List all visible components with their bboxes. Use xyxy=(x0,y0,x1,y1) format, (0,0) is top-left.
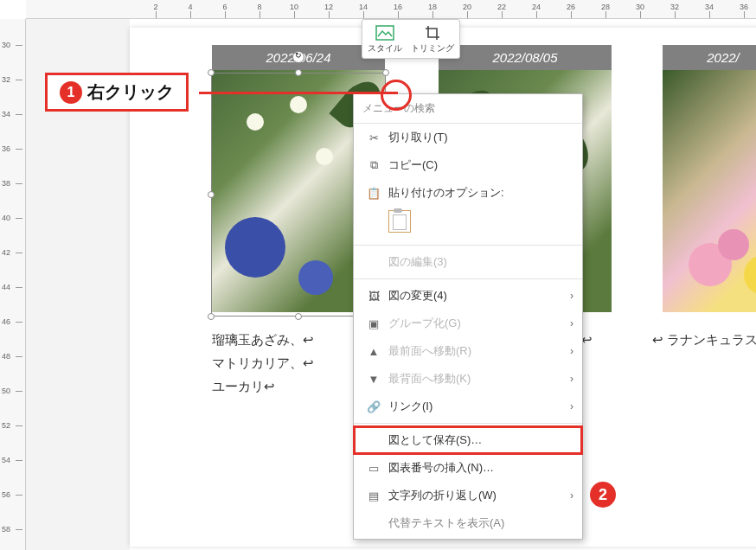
ruler-label: 36 xyxy=(2,144,10,153)
menu-text-wrap[interactable]: ▤ 文字列の折り返し(W) › xyxy=(354,482,582,509)
ruler-tick xyxy=(640,11,641,18)
chevron-right-icon: › xyxy=(570,400,573,412)
ruler-tick xyxy=(329,11,330,18)
menu-group: ▣ グループ化(G) › xyxy=(354,310,582,337)
annotation-1: 1 右クリック xyxy=(45,73,189,112)
picture-mini-toolbar: スタイル トリミング xyxy=(362,19,460,59)
menu-change-picture[interactable]: 🖼 図の変更(4) › xyxy=(354,282,582,310)
card-3-photo[interactable] xyxy=(663,70,756,312)
annotation-1-box: 1 右クリック xyxy=(45,73,189,112)
style-label: スタイル xyxy=(368,42,402,54)
copy-icon: ⧉ xyxy=(364,157,383,173)
ruler-label: 4 xyxy=(188,3,192,11)
ruler-tick xyxy=(16,356,22,357)
ruler-tick xyxy=(259,11,260,18)
chevron-right-icon: › xyxy=(570,317,573,329)
ruler-label: 50 xyxy=(2,387,10,395)
ruler-tick xyxy=(16,287,22,288)
ruler-tick xyxy=(363,11,364,18)
ruler-tick xyxy=(16,391,22,392)
ruler-label: 34 xyxy=(705,3,714,11)
annotation-1-leader xyxy=(199,92,398,94)
ruler-tick xyxy=(605,11,606,18)
ruler-label: 54 xyxy=(2,456,10,464)
ruler-tick xyxy=(190,11,191,18)
menu-copy[interactable]: ⧉ コピー(C) xyxy=(354,151,582,179)
ruler-tick xyxy=(225,11,226,18)
ruler-tick xyxy=(294,11,295,18)
ruler-label: 58 xyxy=(2,525,10,534)
style-button[interactable]: スタイル xyxy=(368,23,402,54)
menu-cut[interactable]: ✂ 切り取り(T) xyxy=(354,124,582,151)
chevron-right-icon: › xyxy=(570,489,573,502)
ruler-label: 26 xyxy=(567,3,575,11)
ruler-label: 36 xyxy=(740,3,748,11)
ruler-tick xyxy=(398,11,399,18)
card-1-date: 2022/06/24 xyxy=(212,45,385,70)
send-back-icon: ▼ xyxy=(364,371,383,387)
ruler-tick xyxy=(536,11,537,18)
menu-separator xyxy=(354,278,582,279)
ruler-label: 18 xyxy=(428,3,437,11)
ruler-label: 40 xyxy=(2,214,10,222)
menu-alt-text[interactable]: 代替テキストを表示(A) xyxy=(354,509,582,537)
crop-button[interactable]: トリミング xyxy=(411,23,454,54)
clipboard-icon: 📋 xyxy=(364,185,383,201)
group-icon: ▣ xyxy=(364,316,383,331)
ruler-label: 20 xyxy=(463,3,471,11)
menu-insert-caption[interactable]: ▭ 図表番号の挿入(N)… xyxy=(354,454,582,482)
ruler-tick xyxy=(16,425,22,426)
ruler-tick xyxy=(16,322,22,323)
card-3-date: 2022/ xyxy=(663,45,756,70)
card-2-date: 2022/08/05 xyxy=(439,45,612,70)
ruler-label: 2 xyxy=(153,3,157,11)
chevron-right-icon: › xyxy=(570,345,573,357)
bring-front-icon: ▲ xyxy=(364,343,383,359)
context-menu: メニューの検索 ✂ 切り取り(T) ⧉ コピー(C) 📋 貼り付けのオプション:… xyxy=(353,93,583,540)
ruler-tick xyxy=(467,11,468,18)
chevron-right-icon: › xyxy=(570,373,573,385)
card-3: 2022/ ↩ ラナンキュラス xyxy=(663,45,756,351)
ruler-label: 8 xyxy=(257,3,261,11)
ruler-tick xyxy=(432,11,433,18)
menu-edit-picture: 図の編集(3) xyxy=(354,248,582,276)
menu-link[interactable]: 🔗 リンク(I) › xyxy=(354,393,582,420)
scissors-icon: ✂ xyxy=(364,130,383,145)
ruler-tick xyxy=(16,529,22,530)
ruler-label: 38 xyxy=(2,179,10,188)
ruler-horizontal: // ticks generated below 246810121416182… xyxy=(26,0,756,19)
paste-option-icon[interactable] xyxy=(388,210,411,233)
ruler-tick xyxy=(16,149,22,150)
ruler-label: 44 xyxy=(2,283,10,291)
ruler-tick xyxy=(709,11,710,18)
card-3-caption: ↩ ラナンキュラス xyxy=(663,328,756,351)
annotation-2-badge: 2 xyxy=(590,482,616,508)
ruler-tick xyxy=(16,218,22,219)
ruler-label: 56 xyxy=(2,490,10,499)
ruler-label: 42 xyxy=(2,248,10,257)
ruler-label: 12 xyxy=(324,3,333,11)
caption-line: ラナンキュラス xyxy=(667,332,756,347)
ruler-label: 32 xyxy=(2,75,10,84)
ruler-label: 14 xyxy=(359,3,368,11)
ruler-label: 48 xyxy=(2,352,10,361)
ruler-label: 30 xyxy=(2,41,10,49)
menu-bring-front: ▲ 最前面へ移動(R) › xyxy=(354,337,582,365)
annotation-2: 2 xyxy=(590,482,621,508)
change-picture-icon: 🖼 xyxy=(364,288,383,304)
menu-save-as-picture[interactable]: 図として保存(S)… xyxy=(354,426,582,454)
ruler-tick xyxy=(16,80,22,80)
ruler-tick xyxy=(16,460,22,461)
ruler-label: 10 xyxy=(290,3,298,11)
ruler-label: 32 xyxy=(670,3,679,11)
ruler-label: 22 xyxy=(497,3,506,11)
ruler-tick xyxy=(16,114,22,115)
annotation-1-text: 右クリック xyxy=(87,80,174,104)
menu-separator xyxy=(354,245,582,246)
ruler-label: 6 xyxy=(222,3,227,11)
ruler-label: 28 xyxy=(601,3,610,11)
ruler-label: 52 xyxy=(2,421,10,430)
ruler-tick xyxy=(675,11,676,18)
crop-label: トリミング xyxy=(411,42,454,54)
menu-paste-options-header: 📋 貼り付けのオプション: xyxy=(354,179,582,207)
